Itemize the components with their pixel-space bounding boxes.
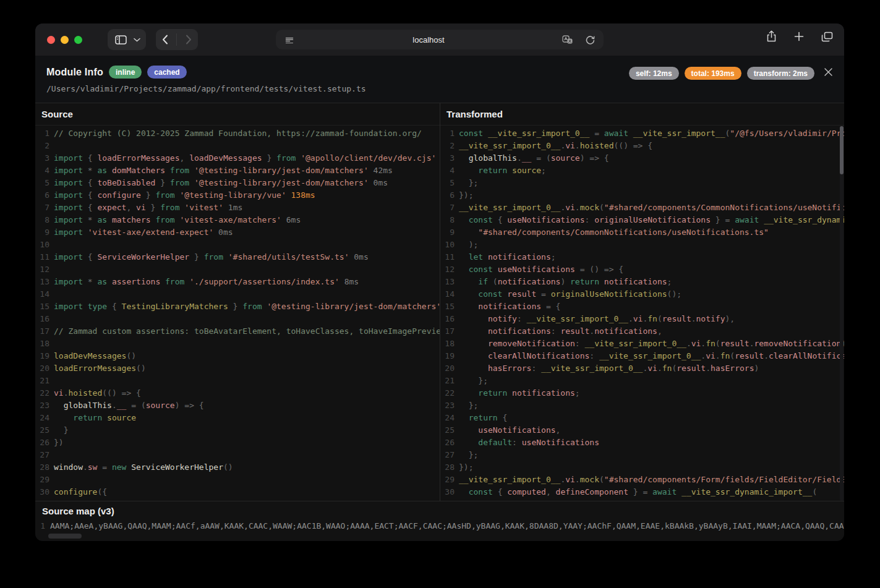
code-line: 1// Copyright (C) 2012-2025 Zammad Found… [35,127,440,140]
code-token: { [88,190,98,200]
line-number: 26 [35,437,54,449]
code-token: "/@fs/Users/vladimir/Projects/zammad/nod… [730,129,844,138]
line-number: 23 [440,399,459,412]
line-number: 16 [35,313,54,325]
code-text: return source [54,412,136,424]
code-token: } [228,302,242,311]
code-text: hasErrors: __vite_ssr_import_0__.vi.fn(r… [459,362,759,375]
reload-icon[interactable] [583,32,597,47]
line-number: 25 [35,424,54,437]
horizontal-scrollbar-thumb[interactable] [48,534,82,539]
code-token: '@testing-library/jest-dom/matchers' [194,166,369,175]
line-number: 15 [35,300,54,313]
close-button[interactable] [822,66,834,78]
code-token: . [575,475,580,484]
new-tab-icon[interactable] [792,29,806,44]
source-code-area[interactable]: 1// Copyright (C) 2012-2025 Zammad Found… [35,126,440,501]
line-number: 16 [440,313,459,325]
code-token: globalThis [54,401,112,410]
code-line: 21 [35,375,440,387]
code-token: ) => { [175,401,204,410]
tab-overview-icon[interactable] [819,29,834,44]
code-line: 12 const useNotifications = () => { [440,263,844,276]
line-number: 28 [35,461,54,474]
code-token: import [54,166,88,175]
line-number: 3 [35,152,54,164]
code-text: __vite_ssr_import_0__.vi.hoisted(() => { [459,140,652,152]
code-text: clearAllNotifications: __vite_ssr_import… [459,350,844,362]
share-icon[interactable] [764,29,779,44]
code-token: window [54,462,83,472]
window-minimize-button[interactable] [61,36,69,44]
transformed-code-area[interactable]: 1const __vite_ssr_import_0__ = await __v… [440,126,844,501]
status-badge: inline [109,66,142,79]
code-token: 'vitest-axe/extend-expect' [88,228,214,237]
code-line: 11 let notifications; [440,251,844,263]
code-token: }; [459,376,488,385]
vertical-scrollbar-thumb[interactable] [840,126,844,174]
code-token: notifications [512,388,575,398]
back-button[interactable] [158,32,173,47]
code-text: notifications: result.notifications, [459,325,662,338]
code-line: 2__vite_ssr_import_0__.vi.hoisted(() => … [440,140,844,152]
code-token: result [735,351,764,360]
vertical-scrollbar-track[interactable] [840,126,844,501]
code-text: const { useNotifications: originalUseNot… [459,214,844,226]
code-token: loadDevMessages [54,351,126,360]
line-number: 6 [35,189,54,202]
code-token: useNotifications [498,265,575,274]
translate-icon[interactable] [560,32,575,47]
code-token: notifications [604,277,667,286]
code-token: fn [647,314,657,323]
code-token: ( [599,203,604,212]
line-number: 11 [35,251,54,263]
line-number: 13 [440,276,459,288]
code-token: , [657,326,662,336]
code-token: . [83,462,88,472]
code-line: 10 ); [440,239,844,251]
code-token: ) [754,364,759,373]
code-token: __ [522,153,532,163]
code-token: '@apollo/client/dev/dev.cjs' [301,153,436,163]
code-line: 25 useNotifications, [440,424,844,437]
code-token: const [459,289,507,299]
code-token: computed [507,487,546,496]
line-number: 28 [440,461,459,474]
window-zoom-button[interactable] [74,36,82,44]
sidebar-toggle-button[interactable] [108,29,146,50]
code-token: () [136,364,146,373]
code-line: 14 [35,288,440,300]
code-token: const [459,487,498,496]
code-token: . [701,339,706,348]
address-bar[interactable]: localhost [276,30,604,49]
code-token: new [112,462,131,472]
chevron-down-icon[interactable] [133,32,140,47]
code-token: } = [628,487,652,496]
line-number: 17 [440,325,459,338]
code-token: if [459,277,493,286]
window-close-button[interactable] [47,36,55,44]
code-text: vi.hoisted(() => { [54,387,141,399]
forward-button[interactable] [181,32,196,47]
code-text: globalThis.__ = (source) => { [459,152,609,164]
code-token: (() => { [613,141,652,150]
code-token: vi [633,314,643,323]
code-text: }); [459,189,473,202]
code-token: await [604,129,633,138]
url-text[interactable]: localhost [297,35,560,45]
code-token: notifications [594,326,657,336]
code-token: import type [54,302,112,311]
code-token: = ( [126,401,145,410]
code-text: __vite_ssr_import_0__.vi.mock("#shared/c… [459,202,844,214]
code-token: () [223,462,233,472]
reader-icon[interactable] [282,32,297,47]
code-line: 11import { ServiceWorkerHelper } from '#… [35,251,440,263]
code-text: // Zammad custom assertions: toBeAvatarE… [54,325,440,338]
code-line: 18 removeNotification: __vite_ssr_import… [440,338,844,350]
nav-divider [176,33,177,46]
code-token: clearAllNotifications [769,351,844,360]
line-number: 23 [35,399,54,412]
code-token: removeNotification [459,339,575,348]
code-token: . [706,364,711,373]
code-token: mock [580,475,599,484]
